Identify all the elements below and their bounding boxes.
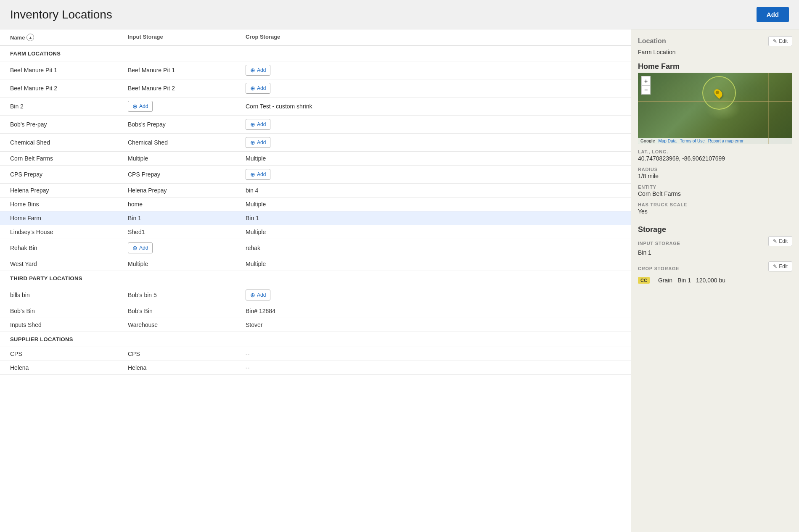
row-crop-storage: ⊕Add bbox=[246, 119, 621, 130]
left-panel: Name ▲ Input Storage Crop Storage FARM L… bbox=[0, 29, 631, 532]
row-name: bills bin bbox=[10, 292, 128, 298]
map-data-link[interactable]: Map Data bbox=[658, 139, 676, 143]
map-container[interactable]: + − Google Map Data Terms of Use Report … bbox=[638, 73, 792, 144]
col-name: Name ▲ bbox=[10, 34, 128, 41]
add-location-button[interactable]: Add bbox=[757, 7, 789, 22]
storage-section-title: Storage bbox=[638, 225, 792, 234]
table-row[interactable]: Corn Belt FarmsMultipleMultiple bbox=[0, 152, 631, 166]
table-row[interactable]: HelenaHelena-- bbox=[0, 361, 631, 375]
row-name: Chemical Shed bbox=[10, 139, 128, 146]
plus-circle-icon: ⊕ bbox=[250, 67, 255, 74]
input-storage-edit-label: Edit bbox=[779, 238, 788, 244]
row-crop-storage: Multiple bbox=[246, 229, 621, 235]
crop-storage-edit-button[interactable]: ✎ Edit bbox=[768, 261, 792, 271]
row-input-storage: Beef Manure Pit 1 bbox=[128, 67, 246, 74]
row-crop-storage: ⊕Add bbox=[246, 290, 621, 300]
lat-long-value: 40.7470823969, -86.9062107699 bbox=[638, 155, 792, 162]
table-row[interactable]: Helena PrepayHelena Prepaybin 4 bbox=[0, 184, 631, 198]
table-row[interactable]: Bob's Pre-payBobs's Prepay⊕Add bbox=[0, 116, 631, 134]
table-row[interactable]: Rehak Bin⊕Addrehak bbox=[0, 239, 631, 257]
crop-volume: 120,000 bu bbox=[696, 277, 725, 284]
divider bbox=[638, 220, 792, 220]
col-name-label: Name bbox=[10, 34, 25, 41]
add-crop-storage-button[interactable]: ⊕Add bbox=[246, 137, 270, 148]
add-crop-storage-button[interactable]: ⊕Add bbox=[246, 290, 270, 300]
map-background: + − Google Map Data Terms of Use Report … bbox=[638, 73, 792, 144]
row-name: Helena bbox=[10, 364, 128, 371]
table-row[interactable]: Chemical ShedChemical Shed⊕Add bbox=[0, 134, 631, 152]
input-storage-header: INPUT STORAGE ✎ Edit bbox=[638, 236, 792, 247]
plus-circle-icon: ⊕ bbox=[250, 292, 255, 298]
row-input-storage: Bob's bin 5 bbox=[128, 292, 246, 298]
truck-scale-label: HAS TRUCK SCALE bbox=[638, 202, 792, 207]
map-zoom-in-button[interactable]: + bbox=[641, 76, 651, 85]
plus-circle-icon: ⊕ bbox=[132, 103, 138, 110]
map-marker bbox=[715, 89, 722, 98]
row-name: Helena Prepay bbox=[10, 187, 128, 194]
input-storage-edit-button[interactable]: ✎ Edit bbox=[768, 236, 792, 246]
table-row[interactable]: West YardMultipleMultiple bbox=[0, 257, 631, 271]
radius-value: 1/8 mile bbox=[638, 173, 792, 179]
add-input-storage-button[interactable]: ⊕Add bbox=[128, 101, 153, 112]
cc-badge: CC bbox=[638, 277, 650, 284]
table-row[interactable]: Bob's BinBob's BinBin# 12884 bbox=[0, 304, 631, 318]
row-input-storage: Warehouse bbox=[128, 321, 246, 328]
sort-icon[interactable]: ▲ bbox=[26, 34, 34, 41]
row-input-storage: ⊕Add bbox=[128, 242, 246, 253]
location-header-row: Location ✎ Edit bbox=[638, 36, 792, 46]
plus-circle-icon: ⊕ bbox=[132, 245, 138, 251]
table-row[interactable]: CPS PrepayCPS Prepay⊕Add bbox=[0, 166, 631, 184]
row-name: Beef Manure Pit 2 bbox=[10, 85, 128, 92]
section-header: FARM LOCATIONS bbox=[0, 46, 631, 61]
plus-circle-icon: ⊕ bbox=[250, 171, 255, 178]
row-crop-storage: Corn Test - custom shrink bbox=[246, 103, 621, 110]
plus-circle-icon: ⊕ bbox=[250, 121, 255, 128]
row-input-storage: Multiple bbox=[128, 155, 246, 162]
location-section: Location ✎ Edit Farm Location bbox=[638, 36, 792, 55]
location-section-title: Location bbox=[638, 37, 666, 45]
edit-pencil-icon: ✎ bbox=[773, 38, 777, 44]
row-name: Rehak Bin bbox=[10, 245, 128, 251]
add-crop-storage-button[interactable]: ⊕Add bbox=[246, 119, 270, 130]
add-crop-storage-button[interactable]: ⊕Add bbox=[246, 169, 270, 180]
add-crop-storage-button[interactable]: ⊕Add bbox=[246, 65, 270, 76]
row-name: Inputs Shed bbox=[10, 321, 128, 328]
location-name-title: Home Farm bbox=[638, 62, 792, 71]
row-input-storage: Bin 1 bbox=[128, 215, 246, 221]
add-label: Add bbox=[257, 67, 266, 73]
table-row[interactable]: Home BinshomeMultiple bbox=[0, 198, 631, 211]
table-row[interactable]: Inputs ShedWarehouseStover bbox=[0, 318, 631, 332]
row-name: Corn Belt Farms bbox=[10, 155, 128, 162]
add-label: Add bbox=[257, 140, 266, 145]
row-crop-storage: rehak bbox=[246, 245, 621, 251]
crop-bin-name: Bin 1 bbox=[677, 277, 691, 284]
table-row[interactable]: Home FarmBin 1Bin 1 bbox=[0, 211, 631, 225]
location-edit-label: Edit bbox=[779, 38, 788, 44]
row-name: Lindsey's House bbox=[10, 229, 128, 235]
location-edit-button[interactable]: ✎ Edit bbox=[768, 36, 792, 46]
input-storage-label: INPUT STORAGE bbox=[638, 241, 680, 246]
crop-storage-edit-pencil: ✎ bbox=[773, 263, 777, 269]
add-crop-storage-button[interactable]: ⊕Add bbox=[246, 83, 270, 94]
map-terms-link[interactable]: Terms of Use bbox=[680, 139, 705, 143]
row-name: Home Bins bbox=[10, 201, 128, 208]
add-label: Add bbox=[139, 103, 148, 109]
row-crop-storage: Bin# 12884 bbox=[246, 308, 621, 314]
map-report-link[interactable]: Report a map error bbox=[708, 139, 743, 143]
table-row[interactable]: Beef Manure Pit 2Beef Manure Pit 2⊕Add bbox=[0, 79, 631, 97]
table-row[interactable]: CPSCPS-- bbox=[0, 347, 631, 361]
table-row[interactable]: Lindsey's HouseShed1Multiple bbox=[0, 225, 631, 239]
row-input-storage: Helena Prepay bbox=[128, 187, 246, 194]
col-crop-storage-label: Crop Storage bbox=[246, 34, 621, 41]
table-row[interactable]: Bin 2⊕AddCorn Test - custom shrink bbox=[0, 97, 631, 116]
row-name: West Yard bbox=[10, 261, 128, 267]
row-name: Bin 2 bbox=[10, 103, 128, 110]
table-row[interactable]: bills binBob's bin 5⊕Add bbox=[0, 286, 631, 304]
map-controls: + − bbox=[641, 76, 651, 95]
page-title: Inventory Locations bbox=[10, 8, 112, 21]
add-input-storage-button[interactable]: ⊕Add bbox=[128, 242, 153, 253]
map-zoom-out-button[interactable]: − bbox=[641, 85, 651, 95]
table-row[interactable]: Beef Manure Pit 1Beef Manure Pit 1⊕Add bbox=[0, 61, 631, 79]
main-layout: Name ▲ Input Storage Crop Storage FARM L… bbox=[0, 29, 799, 532]
map-footer: Google Map Data Terms of Use Report a ma… bbox=[638, 138, 792, 144]
